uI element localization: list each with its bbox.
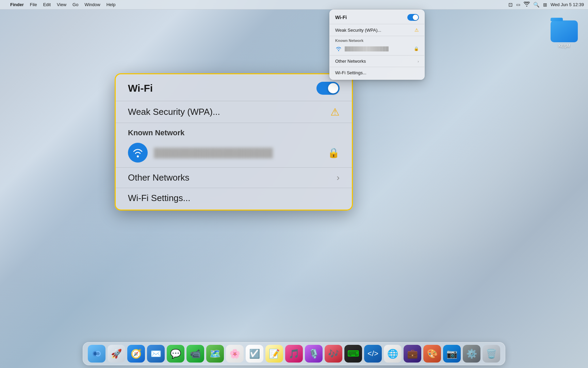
menubar-edit[interactable]: Edit bbox=[43, 2, 51, 7]
search-menubar-icon[interactable]: 🔍 bbox=[533, 2, 540, 8]
divider-3 bbox=[330, 55, 424, 56]
dock-icon-trash[interactable]: 🗑️ bbox=[483, 345, 500, 363]
dock-icon-maps[interactable]: 🗺️ bbox=[206, 345, 224, 363]
dock-icon-chrome[interactable]: 🌐 bbox=[384, 345, 402, 363]
wifi-label-large: Wi-Fi bbox=[128, 82, 153, 94]
weak-security-label-small: Weak Security (WPA)... bbox=[335, 28, 381, 33]
dock-icon-reminders[interactable]: ☑️ bbox=[246, 345, 263, 363]
dock-icon-system-prefs[interactable]: ⚙️ bbox=[463, 345, 480, 363]
dock-icon-messages[interactable]: 💬 bbox=[167, 345, 184, 363]
menubar: Finder File Edit View Go Window Help ⊡ ▭… bbox=[0, 0, 588, 10]
wifi-menubar-icon[interactable] bbox=[524, 2, 530, 7]
menubar-help[interactable]: Help bbox=[107, 2, 116, 7]
weak-security-item-large[interactable]: Weak Security (WPA)... ⚠ bbox=[116, 103, 352, 121]
svg-point-1 bbox=[137, 155, 139, 157]
dock-icon-mail[interactable]: ✉️ bbox=[147, 345, 165, 363]
dock-icon-safari[interactable]: 🧭 bbox=[127, 345, 145, 363]
wifi-settings-item-small[interactable]: Wi-Fi Settings... bbox=[330, 68, 424, 77]
wifi-label-small: Wi-Fi bbox=[335, 15, 347, 20]
dock-icon-itunes[interactable]: 🎶 bbox=[325, 345, 342, 363]
wifi-settings-item-large[interactable]: Wi-Fi Settings... bbox=[116, 189, 352, 207]
folder-label: KEŞM bbox=[558, 44, 570, 48]
known-network-name-large: ███████████████████ bbox=[154, 148, 328, 158]
dock-icon-photos[interactable]: 🌸 bbox=[226, 345, 244, 363]
dock-icon-finder[interactable] bbox=[88, 345, 105, 363]
other-networks-label-large: Other Networks bbox=[128, 172, 190, 183]
warning-icon-large: ⚠ bbox=[330, 106, 340, 118]
other-networks-label-small: Other Networks bbox=[335, 59, 366, 64]
wifi-settings-label-small: Wi-Fi Settings... bbox=[335, 70, 366, 75]
divider-1 bbox=[330, 24, 424, 24]
controlcenter-icon[interactable]: ⊞ bbox=[543, 2, 547, 7]
svg-point-0 bbox=[338, 50, 339, 51]
menubar-right: ⊡ ▭ 🔍 ⊞ Wed Jun 5 12:39 bbox=[508, 2, 584, 8]
wifi-toggle-small[interactable] bbox=[407, 14, 419, 21]
battery-icon[interactable]: ▭ bbox=[516, 2, 520, 7]
dock-icon-music[interactable]: 🎵 bbox=[285, 345, 303, 363]
svg-point-6 bbox=[96, 352, 100, 355]
warning-icon-small: ⚠ bbox=[414, 27, 419, 33]
menubar-file[interactable]: File bbox=[30, 2, 37, 7]
dock-icon-facetime[interactable]: 📹 bbox=[186, 345, 204, 363]
known-network-header-large: Known Network bbox=[116, 124, 352, 139]
wifi-toggle-large[interactable] bbox=[316, 82, 340, 95]
menubar-finder[interactable]: Finder bbox=[10, 2, 24, 7]
weak-security-item[interactable]: Weak Security (WPA)... ⚠ bbox=[330, 25, 424, 35]
lock-icon-large: 🔒 bbox=[328, 147, 340, 158]
dock-icon-slack[interactable]: 💼 bbox=[404, 345, 421, 363]
other-networks-item-large[interactable]: Other Networks › bbox=[116, 169, 352, 186]
wifi-header-large[interactable]: Wi-Fi bbox=[116, 77, 352, 99]
menubar-view[interactable]: View bbox=[57, 2, 66, 7]
menubar-left: Finder File Edit View Go Window Help bbox=[4, 2, 508, 7]
wifi-dropdown-large: Wi-Fi Weak Security (WPA)... ⚠ Known Net… bbox=[115, 73, 353, 211]
other-networks-item-small[interactable]: Other Networks › bbox=[330, 57, 424, 66]
menubar-go[interactable]: Go bbox=[72, 2, 78, 7]
wifi-settings-label-large: Wi-Fi Settings... bbox=[128, 193, 190, 203]
chevron-right-icon-large: › bbox=[337, 172, 340, 183]
large-divider-1 bbox=[116, 101, 352, 101]
dock-icon-terminal[interactable]: ⌨ bbox=[344, 345, 362, 363]
weak-security-label-large: Weak Security (WPA)... bbox=[128, 107, 220, 117]
known-network-left: ██████████████ bbox=[335, 45, 389, 52]
wifi-toggle-item[interactable]: Wi-Fi bbox=[330, 12, 424, 23]
lock-icon-small: 🔒 bbox=[414, 46, 419, 51]
known-network-name-small: ██████████████ bbox=[345, 46, 389, 51]
known-network-header-small: Known Network bbox=[330, 37, 424, 43]
dock-icon-notes[interactable]: 📝 bbox=[265, 345, 283, 363]
display-icon[interactable]: ⊡ bbox=[508, 2, 513, 8]
chevron-right-icon-small: › bbox=[418, 59, 419, 63]
dock-icon-podcasts[interactable]: 🎙️ bbox=[305, 345, 323, 363]
menubar-datetime: Wed Jun 5 12:39 bbox=[551, 2, 584, 7]
large-divider-3 bbox=[116, 167, 352, 168]
wifi-dropdown-small: Wi-Fi Weak Security (WPA)... ⚠ Known Net… bbox=[329, 10, 425, 80]
desktop-folder-kesm[interactable]: KEŞM bbox=[551, 20, 578, 48]
known-network-wifi-icon bbox=[335, 45, 342, 52]
menubar-window[interactable]: Window bbox=[84, 2, 100, 7]
dock-icon-launchpad[interactable]: 🚀 bbox=[108, 345, 125, 363]
dock: 🚀 🧭 ✉️ 💬 📹 🗺️ 🌸 ☑️ 📝 🎵 🎙️ 🎶 ⌨ bbox=[83, 342, 505, 365]
large-divider-2 bbox=[116, 123, 352, 123]
large-divider-4 bbox=[116, 188, 352, 188]
known-network-wifi-icon-large bbox=[128, 143, 148, 163]
dock-icon-zoom[interactable]: 📷 bbox=[443, 345, 461, 363]
dock-icon-figma[interactable]: 🎨 bbox=[423, 345, 441, 363]
divider-2 bbox=[330, 36, 424, 36]
known-network-item[interactable]: ██████████████ 🔒 bbox=[330, 43, 424, 54]
dock-icon-vscode[interactable]: </> bbox=[364, 345, 382, 363]
folder-icon bbox=[551, 20, 578, 42]
divider-4 bbox=[330, 67, 424, 67]
known-network-item-large[interactable]: ███████████████████ 🔒 bbox=[116, 139, 352, 166]
